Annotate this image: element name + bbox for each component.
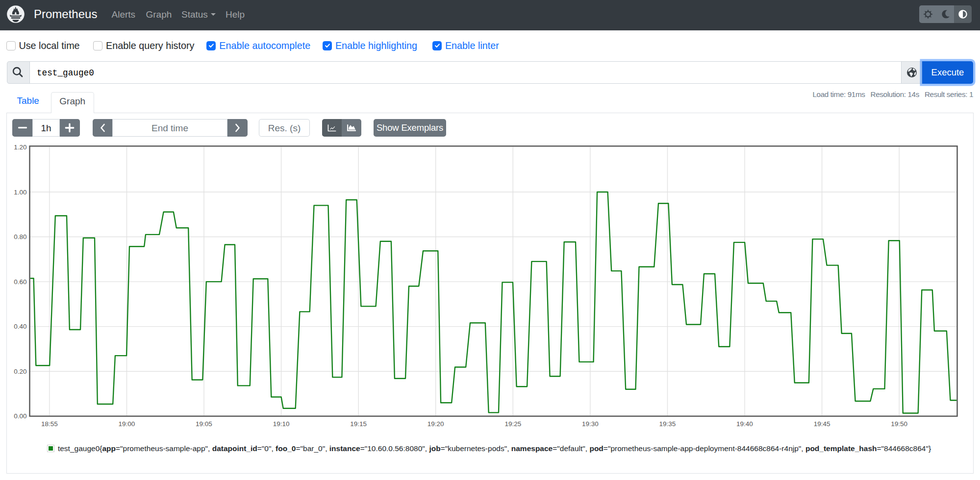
svg-text:19:00: 19:00 [119, 420, 135, 428]
svg-text:19:05: 19:05 [196, 420, 212, 428]
svg-text:19:10: 19:10 [273, 420, 290, 428]
svg-text:19:30: 19:30 [582, 420, 599, 428]
svg-text:18:55: 18:55 [41, 420, 58, 428]
svg-text:1.20: 1.20 [14, 144, 26, 151]
svg-text:0.80: 0.80 [14, 233, 26, 240]
svg-text:0.60: 0.60 [14, 278, 26, 286]
svg-text:0.20: 0.20 [14, 368, 26, 375]
svg-text:19:15: 19:15 [350, 420, 367, 428]
svg-text:1.00: 1.00 [14, 189, 26, 196]
svg-text:19:20: 19:20 [427, 420, 444, 428]
svg-text:19:25: 19:25 [504, 420, 521, 428]
svg-text:19:45: 19:45 [814, 420, 830, 428]
svg-text:19:50: 19:50 [891, 420, 907, 428]
svg-text:19:35: 19:35 [659, 420, 676, 428]
svg-text:19:40: 19:40 [736, 420, 753, 428]
svg-text:0.40: 0.40 [14, 323, 26, 330]
svg-text:0.00: 0.00 [14, 412, 26, 420]
